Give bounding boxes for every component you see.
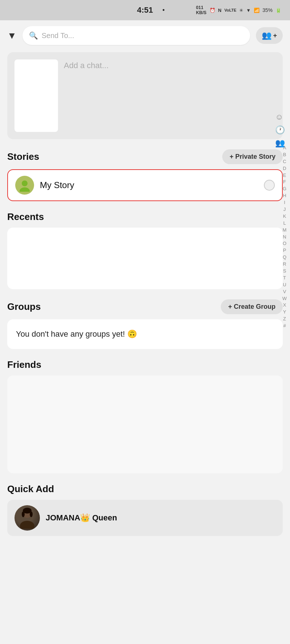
person-silhouette-icon <box>18 507 36 529</box>
person-icon <box>18 179 31 192</box>
alpha-A[interactable]: A <box>281 145 289 151</box>
alpha-X[interactable]: X <box>281 302 289 308</box>
wifi-icon: ▼ <box>246 8 251 13</box>
alpha-H[interactable]: H <box>281 193 289 199</box>
quick-add-avatar-inner <box>14 505 40 531</box>
search-bar[interactable]: 🔍 Send To... <box>22 26 250 45</box>
groups-section-header: Groups + Create Group <box>0 295 290 318</box>
bluetooth-icon: ✳ <box>239 8 243 13</box>
groups-empty-message: You don't have any groups yet! 🙃 <box>7 319 283 349</box>
my-story-radio[interactable] <box>264 180 275 191</box>
recents-box <box>7 228 283 289</box>
chat-card-thumbnail <box>14 59 58 132</box>
alpha-hash[interactable]: # <box>281 323 289 329</box>
alpha-O[interactable]: O <box>281 241 289 247</box>
clock-icon[interactable]: 🕐 <box>275 125 285 135</box>
chat-card[interactable]: Add a chat... <box>7 52 283 139</box>
alpha-J[interactable]: J <box>281 207 289 213</box>
chevron-down-icon[interactable]: ▼ <box>7 30 17 41</box>
alpha-T[interactable]: T <box>281 275 289 281</box>
groups-empty-text: You don't have any groups yet! 🙃 <box>16 329 137 338</box>
alpha-Y[interactable]: Y <box>281 309 289 315</box>
battery-percent: 35% <box>262 7 273 13</box>
status-dot: • <box>162 7 165 14</box>
main-content: ▼ 🔍 Send To... 👥 + Add a chat... ☺ 🕐 👥 A… <box>0 20 290 536</box>
alpha-U[interactable]: U <box>281 282 289 288</box>
friends-title: Friends <box>7 359 41 370</box>
alpha-N[interactable]: N <box>281 234 289 240</box>
alpha-Q[interactable]: Q <box>281 254 289 261</box>
alpha-nav: A B C D E F G H I J K L M N O P Q R S T … <box>281 145 289 329</box>
alpha-S[interactable]: S <box>281 268 289 274</box>
add-group-plus: + <box>273 32 277 40</box>
quick-add-avatar <box>14 505 40 531</box>
svg-point-5 <box>22 511 25 517</box>
alpha-G[interactable]: G <box>281 186 289 192</box>
nfc-icon: N <box>218 8 221 13</box>
alpha-K[interactable]: K <box>281 213 289 220</box>
status-time: 4:51 <box>137 5 153 15</box>
private-story-button[interactable]: + Private Story <box>222 149 283 164</box>
alpha-F[interactable]: F <box>281 179 289 185</box>
volte-icon: VoLTE <box>224 8 236 12</box>
status-bar: 4:51 • 011KB/S ⏰ N VoLTE ✳ ▼ 📶 35% 🔋 <box>0 0 290 20</box>
quick-add-card[interactable]: JOMANA👑 Queen <box>7 500 283 536</box>
friends-section-header: Friends <box>0 355 290 374</box>
alpha-I[interactable]: I <box>281 200 289 206</box>
svg-point-1 <box>20 187 30 192</box>
alarm-icon: ⏰ <box>210 8 215 13</box>
alpha-M[interactable]: M <box>281 227 289 233</box>
battery-icon: 🔋 <box>276 8 281 13</box>
quick-add-header: Quick Add <box>0 479 290 498</box>
alpha-R[interactable]: R <box>281 261 289 267</box>
quick-add-title: Quick Add <box>7 483 54 494</box>
add-group-icon: 👥 <box>262 31 272 40</box>
svg-point-0 <box>22 180 28 186</box>
recents-title: Recents <box>7 211 44 223</box>
alpha-D[interactable]: D <box>281 166 289 172</box>
my-story-avatar <box>15 176 34 195</box>
alpha-P[interactable]: P <box>281 248 289 254</box>
recents-section-header: Recents <box>0 207 290 226</box>
alpha-L[interactable]: L <box>281 220 289 227</box>
alpha-W[interactable]: W <box>281 296 289 302</box>
svg-point-3 <box>20 521 34 529</box>
alpha-Z[interactable]: Z <box>281 316 289 322</box>
my-story-name: My Story <box>40 180 258 190</box>
stories-section-header: Stories + Private Story <box>0 145 290 168</box>
search-icon: 🔍 <box>29 31 38 40</box>
stories-title: Stories <box>7 151 39 162</box>
alpha-B[interactable]: B <box>281 152 289 158</box>
chat-card-placeholder: Add a chat... <box>64 59 109 70</box>
side-icons: ☺ 🕐 👥 <box>275 112 285 148</box>
signal-icon: 📶 <box>254 8 260 13</box>
svg-point-6 <box>30 511 33 517</box>
alpha-V[interactable]: V <box>281 289 289 295</box>
alpha-E[interactable]: E <box>281 173 289 179</box>
kb-icon: 011KB/S <box>196 5 207 15</box>
search-placeholder: Send To... <box>42 32 74 40</box>
alpha-C[interactable]: C <box>281 159 289 165</box>
add-group-button[interactable]: 👥 + <box>256 27 283 44</box>
groups-title: Groups <box>7 301 41 312</box>
quick-add-person-name: JOMANA👑 Queen <box>46 513 117 523</box>
status-icons: 011KB/S ⏰ N VoLTE ✳ ▼ 📶 35% 🔋 <box>196 5 281 15</box>
header-bar: ▼ 🔍 Send To... 👥 + <box>0 20 290 49</box>
emoji-icon[interactable]: ☺ <box>275 112 285 122</box>
my-story-item[interactable]: My Story <box>7 169 283 201</box>
friends-box <box>7 375 283 473</box>
create-group-button[interactable]: + Create Group <box>221 299 283 314</box>
